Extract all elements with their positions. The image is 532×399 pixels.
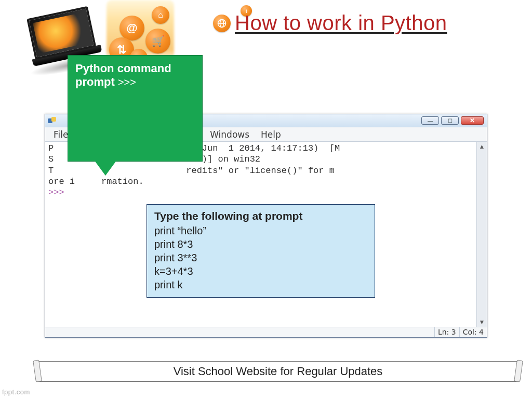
callout-bubble: Python command prompt >>> — [68, 55, 203, 162]
shell-prompt: >>> — [48, 188, 64, 197]
svg-rect-4 — [51, 117, 56, 122]
callout-text: Python command prompt >>> — [75, 62, 195, 89]
status-ln: Ln: 3 — [434, 327, 459, 337]
scrollbar[interactable]: ▲ ▼ — [476, 142, 487, 327]
watermark: fppt.com — [2, 388, 30, 396]
maximize-button[interactable]: ☐ — [441, 116, 459, 125]
scroll-down-icon[interactable]: ▼ — [479, 318, 485, 326]
cart-icon: 🛒 — [145, 29, 170, 54]
footer-banner-wrap: Visit School Website for Regular Updates — [36, 361, 520, 382]
window-statusbar: Ln: 3 Col: 4 — [45, 327, 487, 337]
instruction-line: print k — [154, 278, 367, 291]
callout-line2: prompt — [75, 75, 115, 88]
window-app-icon — [47, 116, 58, 125]
menu-file[interactable]: File — [54, 129, 68, 140]
menu-windows[interactable]: Windows — [210, 129, 249, 140]
status-col: Col: 4 — [459, 327, 487, 337]
instruction-line: print 3**3 — [154, 251, 367, 264]
footer-banner: Visit School Website for Regular Updates — [36, 361, 520, 382]
slide-title-row: How to work in Python — [213, 11, 447, 35]
globe-icon — [213, 15, 231, 32]
callout-line1: Python command — [75, 62, 171, 75]
close-button[interactable]: ✕ — [461, 116, 484, 125]
minimize-button[interactable]: — — [421, 116, 439, 125]
menu-help[interactable]: Help — [261, 129, 281, 140]
at-icon: @ — [119, 16, 144, 41]
callout-chevrons: >>> — [118, 76, 136, 88]
instruction-line: print “hello” — [154, 224, 367, 237]
window-controls: — ☐ ✕ — [421, 116, 484, 125]
instruction-header: Type the following at prompt — [154, 209, 367, 223]
instruction-box: Type the following at prompt print “hell… — [147, 204, 375, 298]
home-icon: ⌂ — [152, 6, 169, 24]
instruction-line: print 8*3 — [154, 237, 367, 251]
instruction-line: k=3+4*3 — [154, 264, 367, 278]
page-title: How to work in Python — [235, 11, 447, 35]
scroll-up-icon[interactable]: ▲ — [479, 143, 485, 150]
